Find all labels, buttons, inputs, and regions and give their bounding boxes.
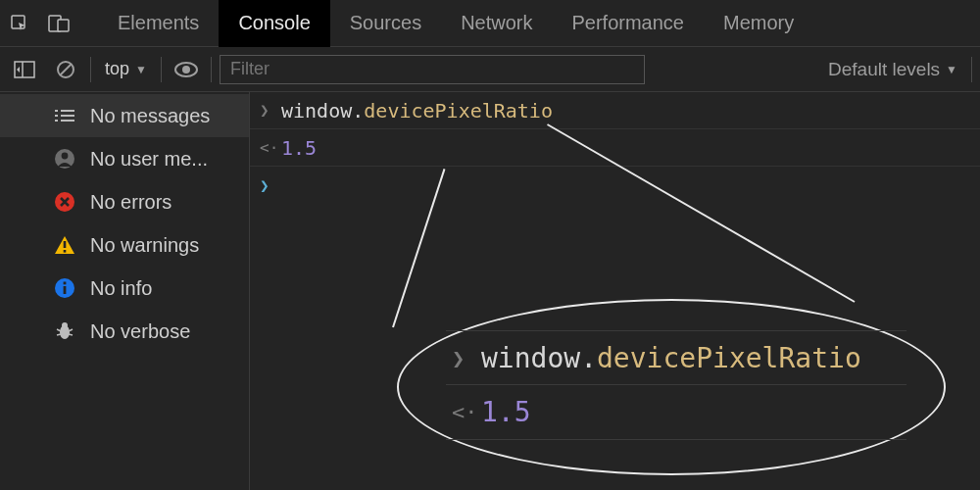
svg-point-24 [62,322,68,328]
svg-rect-18 [64,241,67,248]
tab-label: Memory [723,12,794,34]
sidebar-item-label: No verbose [90,320,190,343]
tab-network[interactable]: Network [441,0,552,47]
toggle-sidebar-icon[interactable] [8,55,41,84]
tab-label: Sources [350,12,421,34]
sidebar-item-info[interactable]: No info [0,267,249,310]
svg-rect-19 [64,250,67,253]
return-arrow-icon: <· [260,138,281,157]
prompt-chevron-icon: ❯ [260,176,281,195]
svg-rect-21 [64,286,67,294]
sidebar-item-label: No user me... [90,148,208,171]
code-number: 1.5 [281,136,317,160]
warning-icon [53,235,76,255]
chevron-right-icon: ❯ [260,101,281,120]
sidebar-item-messages[interactable]: No messages [0,94,249,137]
levels-label: Default levels [828,59,940,80]
console-prompt-row[interactable]: ❯ [250,167,980,204]
tab-label: Console [238,12,310,34]
inspect-element-icon[interactable] [0,0,39,47]
sidebar-item-verbose[interactable]: No verbose [0,310,249,353]
log-levels-selector[interactable]: Default levels ▼ [822,59,963,80]
device-toolbar-icon[interactable] [39,0,78,47]
svg-rect-0 [12,16,24,28]
context-label: top [105,59,129,79]
context-selector[interactable]: top ▼ [99,59,153,79]
divider [211,57,212,82]
clear-console-icon[interactable] [49,55,82,84]
tab-label: Network [461,12,532,34]
bug-icon [53,321,76,341]
tab-elements[interactable]: Elements [98,0,219,47]
svg-line-27 [57,334,61,335]
sidebar-item-label: No errors [90,191,172,214]
svg-point-8 [182,66,190,74]
svg-rect-2 [58,20,69,31]
code-object: window [281,99,352,122]
tab-label: Performance [572,12,685,34]
divider [161,57,162,82]
user-icon [53,149,76,169]
error-icon [53,192,76,212]
console-sidebar: No messages No user me... No errors No w… [0,92,250,490]
console-main: No messages No user me... No errors No w… [0,92,980,490]
sidebar-item-label: No warnings [90,234,199,257]
console-input-row: ❯ window.devicePixelRatio [250,92,980,129]
divider [90,57,91,82]
chevron-down-icon: ▼ [946,63,957,76]
filter-input[interactable] [220,55,645,84]
code-property: devicePixelRatio [364,99,553,122]
tab-memory[interactable]: Memory [704,0,813,47]
svg-line-6 [61,64,72,74]
sidebar-item-warnings[interactable]: No warnings [0,223,249,267]
sidebar-item-user[interactable]: No user me... [0,137,249,180]
sidebar-item-label: No messages [90,105,210,127]
console-output-row: <· 1.5 [250,129,980,167]
divider [971,57,972,82]
tab-label: Elements [118,12,199,34]
live-expression-icon[interactable] [170,55,203,84]
tab-sources[interactable]: Sources [330,0,441,47]
tab-performance[interactable]: Performance [553,0,705,47]
list-icon [53,109,76,122]
svg-rect-22 [64,282,67,285]
tab-console[interactable]: Console [219,0,329,47]
svg-point-16 [62,153,69,160]
sidebar-item-label: No info [90,277,152,300]
chevron-down-icon: ▼ [135,63,147,76]
console-output[interactable]: ❯ window.devicePixelRatio <· 1.5 ❯ [250,92,980,490]
svg-line-28 [69,334,73,335]
info-icon [53,278,76,298]
sidebar-item-errors[interactable]: No errors [0,180,249,223]
console-toolbar: top ▼ Default levels ▼ [0,47,980,92]
devtools-tabs: Elements Console Sources Network Perform… [0,0,980,47]
